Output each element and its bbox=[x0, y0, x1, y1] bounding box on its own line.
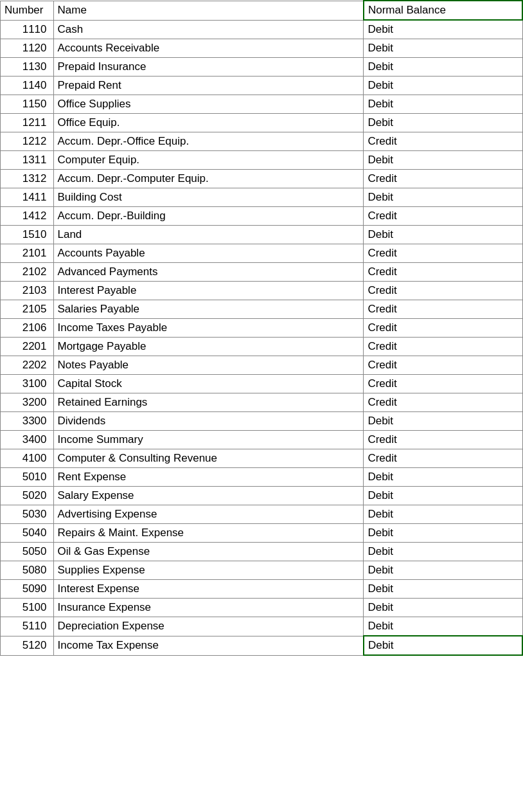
accounts-table-container: Number Name Normal Balance 1110CashDebit… bbox=[0, 0, 523, 656]
normal-balance: Debit bbox=[364, 636, 522, 655]
table-row: 1412Accum. Depr.-BuildingCredit bbox=[1, 207, 523, 226]
account-name: Capital Stock bbox=[53, 375, 364, 393]
account-number: 1312 bbox=[1, 170, 54, 188]
table-row: 2201Mortgage PayableCredit bbox=[1, 338, 523, 356]
account-name: Office Supplies bbox=[53, 95, 364, 114]
normal-balance: Debit bbox=[364, 188, 522, 207]
normal-balance: Credit bbox=[364, 338, 522, 356]
table-row: 1312Accum. Depr.-Computer Equip.Credit bbox=[1, 170, 523, 188]
table-header-row: Number Name Normal Balance bbox=[1, 1, 523, 20]
account-number: 2102 bbox=[1, 263, 54, 282]
normal-balance: Debit bbox=[364, 505, 522, 524]
account-name: Oil & Gas Expense bbox=[53, 543, 364, 561]
normal-balance: Debit bbox=[364, 561, 522, 580]
account-number: 5050 bbox=[1, 543, 54, 561]
table-row: 1110CashDebit bbox=[1, 20, 523, 39]
account-name: Dividends bbox=[53, 412, 364, 431]
table-row: 1411Building CostDebit bbox=[1, 188, 523, 207]
account-number: 2105 bbox=[1, 300, 54, 319]
table-row: 3100Capital StockCredit bbox=[1, 375, 523, 393]
account-name: Rent Expense bbox=[53, 468, 364, 487]
table-row: 2103Interest PayableCredit bbox=[1, 282, 523, 300]
account-number: 4100 bbox=[1, 449, 54, 468]
account-name: Computer & Consulting Revenue bbox=[53, 449, 364, 468]
normal-balance: Debit bbox=[364, 617, 522, 636]
account-name: Supplies Expense bbox=[53, 561, 364, 580]
account-name: Mortgage Payable bbox=[53, 338, 364, 356]
account-name: Income Taxes Payable bbox=[53, 319, 364, 338]
table-row: 1212Accum. Depr.-Office Equip.Credit bbox=[1, 132, 523, 151]
account-number: 1140 bbox=[1, 77, 54, 95]
account-number: 1412 bbox=[1, 207, 54, 226]
normal-balance: Credit bbox=[364, 132, 522, 151]
table-row: 1211Office Equip.Debit bbox=[1, 114, 523, 132]
account-number: 5120 bbox=[1, 636, 54, 655]
account-name: Accum. Depr.-Office Equip. bbox=[53, 132, 364, 151]
column-header-normal-balance: Normal Balance bbox=[364, 1, 522, 20]
table-row: 3200Retained EarningsCredit bbox=[1, 393, 523, 412]
table-row: 5120Income Tax ExpenseDebit bbox=[1, 636, 523, 655]
table-row: 1510LandDebit bbox=[1, 226, 523, 244]
table-row: 2202Notes PayableCredit bbox=[1, 356, 523, 375]
account-name: Prepaid Rent bbox=[53, 77, 364, 95]
normal-balance: Credit bbox=[364, 393, 522, 412]
table-row: 1120Accounts ReceivableDebit bbox=[1, 39, 523, 58]
account-number: 1311 bbox=[1, 151, 54, 170]
account-name: Income Summary bbox=[53, 431, 364, 449]
account-name: Cash bbox=[53, 20, 364, 39]
table-row: 5100Insurance ExpenseDebit bbox=[1, 599, 523, 617]
table-row: 2106Income Taxes PayableCredit bbox=[1, 319, 523, 338]
table-row: 2102Advanced PaymentsCredit bbox=[1, 263, 523, 282]
normal-balance: Debit bbox=[364, 151, 522, 170]
table-row: 3400Income SummaryCredit bbox=[1, 431, 523, 449]
account-number: 5020 bbox=[1, 487, 54, 505]
account-name: Accounts Payable bbox=[53, 244, 364, 263]
normal-balance: Debit bbox=[364, 77, 522, 95]
account-name: Land bbox=[53, 226, 364, 244]
account-number: 5040 bbox=[1, 524, 54, 543]
table-row: 3300DividendsDebit bbox=[1, 412, 523, 431]
account-name: Advanced Payments bbox=[53, 263, 364, 282]
account-name: Salary Expense bbox=[53, 487, 364, 505]
normal-balance: Debit bbox=[364, 524, 522, 543]
normal-balance: Debit bbox=[364, 58, 522, 77]
normal-balance: Debit bbox=[364, 114, 522, 132]
account-name: Accounts Receivable bbox=[53, 39, 364, 58]
account-name: Notes Payable bbox=[53, 356, 364, 375]
account-name: Accum. Depr.-Building bbox=[53, 207, 364, 226]
table-row: 5090Interest ExpenseDebit bbox=[1, 580, 523, 599]
account-number: 1212 bbox=[1, 132, 54, 151]
account-number: 3200 bbox=[1, 393, 54, 412]
account-number: 3400 bbox=[1, 431, 54, 449]
account-number: 5080 bbox=[1, 561, 54, 580]
normal-balance: Credit bbox=[364, 244, 522, 263]
table-row: 4100Computer & Consulting RevenueCredit bbox=[1, 449, 523, 468]
account-number: 1120 bbox=[1, 39, 54, 58]
table-row: 2101Accounts PayableCredit bbox=[1, 244, 523, 263]
normal-balance: Credit bbox=[364, 207, 522, 226]
account-number: 3300 bbox=[1, 412, 54, 431]
normal-balance: Credit bbox=[364, 431, 522, 449]
account-number: 1510 bbox=[1, 226, 54, 244]
account-number: 5090 bbox=[1, 580, 54, 599]
account-name: Retained Earnings bbox=[53, 393, 364, 412]
normal-balance: Credit bbox=[364, 375, 522, 393]
table-row: 5020Salary ExpenseDebit bbox=[1, 487, 523, 505]
column-header-number: Number bbox=[1, 1, 54, 20]
table-row: 1140Prepaid RentDebit bbox=[1, 77, 523, 95]
column-header-name: Name bbox=[53, 1, 364, 20]
table-row: 5050Oil & Gas ExpenseDebit bbox=[1, 543, 523, 561]
account-number: 1411 bbox=[1, 188, 54, 207]
table-row: 1311Computer Equip.Debit bbox=[1, 151, 523, 170]
account-name: Insurance Expense bbox=[53, 599, 364, 617]
account-number: 1130 bbox=[1, 58, 54, 77]
normal-balance: Debit bbox=[364, 599, 522, 617]
normal-balance: Debit bbox=[364, 580, 522, 599]
account-number: 2202 bbox=[1, 356, 54, 375]
account-number: 5030 bbox=[1, 505, 54, 524]
table-row: 5080Supplies ExpenseDebit bbox=[1, 561, 523, 580]
table-row: 1130Prepaid InsuranceDebit bbox=[1, 58, 523, 77]
account-number: 5010 bbox=[1, 468, 54, 487]
account-number: 1150 bbox=[1, 95, 54, 114]
account-number: 2101 bbox=[1, 244, 54, 263]
